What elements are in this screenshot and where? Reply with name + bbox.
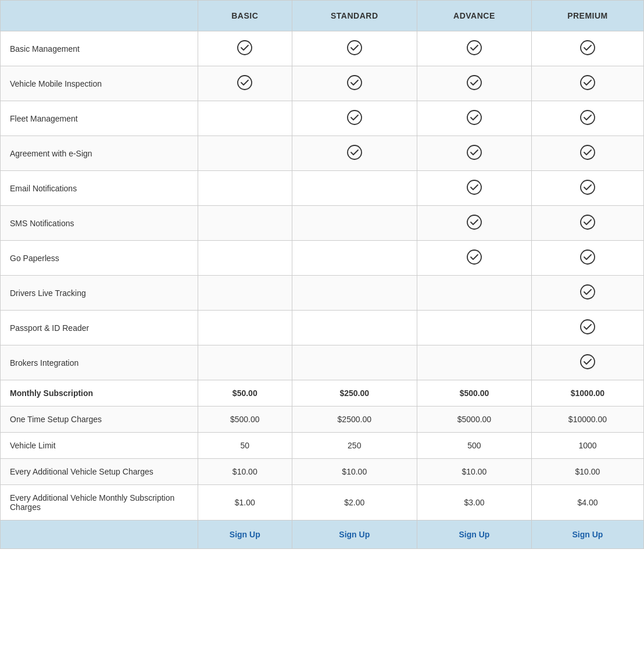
feature-standard-cell — [292, 66, 417, 101]
header-advance: ADVANCE — [417, 1, 531, 31]
feature-premium-cell — [531, 276, 643, 311]
svg-point-19 — [581, 250, 595, 264]
add-vehicle-setup-standard: $10.00 — [292, 459, 417, 485]
feature-name: SMS Notifications — [1, 206, 198, 241]
monthly-label: Monthly Subscription — [1, 380, 198, 407]
check-icon — [579, 284, 596, 300]
header-row: BASIC STANDARD ADVANCE PREMIUM — [1, 1, 644, 31]
add-vehicle-monthly-basic: $1.00 — [198, 485, 292, 520]
check-icon — [466, 74, 482, 91]
feature-standard-cell — [292, 206, 417, 241]
feature-basic-cell — [198, 276, 292, 311]
add-vehicle-setup-label: Every Additional Vehicle Setup Charges — [1, 459, 198, 485]
svg-point-10 — [581, 110, 595, 124]
svg-point-1 — [348, 41, 362, 55]
feature-premium-cell — [531, 136, 643, 171]
feature-name: Brokers Integration — [1, 345, 198, 380]
additional-vehicle-monthly-row: Every Additional Vehicle Monthly Subscri… — [1, 485, 644, 520]
svg-point-0 — [238, 41, 252, 55]
feature-advance-cell — [417, 311, 531, 345]
feature-advance-cell — [417, 241, 531, 276]
check-icon — [579, 214, 596, 230]
feature-row: Email Notifications — [1, 171, 644, 206]
check-icon — [579, 144, 596, 161]
feature-standard-cell — [292, 276, 417, 311]
feature-premium-cell — [531, 66, 643, 101]
feature-basic-cell — [198, 171, 292, 206]
svg-point-6 — [467, 76, 481, 90]
feature-row: Go Paperless — [1, 241, 644, 276]
feature-basic-cell — [198, 136, 292, 171]
feature-name: Email Notifications — [1, 171, 198, 206]
add-vehicle-setup-advance: $10.00 — [417, 459, 531, 485]
feature-row: Fleet Management — [1, 101, 644, 136]
signup-advance-button[interactable]: Sign Up — [459, 530, 490, 539]
check-icon — [579, 354, 596, 370]
check-icon — [579, 40, 596, 56]
vehicle-limit-standard: 250 — [292, 433, 417, 459]
feature-row: Vehicle Mobile Inspection — [1, 66, 644, 101]
signup-standard: Sign Up — [292, 520, 417, 549]
one-time-advance: $5000.00 — [417, 407, 531, 433]
feature-name: Fleet Management — [1, 101, 198, 136]
svg-point-17 — [581, 215, 595, 229]
feature-advance-cell — [417, 206, 531, 241]
signup-basic-button[interactable]: Sign Up — [230, 530, 260, 539]
feature-standard-cell — [292, 136, 417, 171]
feature-basic-cell — [198, 101, 292, 136]
check-icon — [466, 179, 482, 195]
svg-point-20 — [581, 285, 595, 299]
feature-basic-cell — [198, 31, 292, 66]
check-icon — [346, 109, 363, 126]
check-icon — [579, 109, 596, 126]
feature-basic-cell — [198, 241, 292, 276]
check-icon — [579, 249, 596, 265]
signup-premium-button[interactable]: Sign Up — [573, 530, 603, 539]
svg-point-13 — [581, 145, 595, 159]
feature-standard-cell — [292, 31, 417, 66]
additional-vehicle-setup-row: Every Additional Vehicle Setup Charges $… — [1, 459, 644, 485]
feature-name: Go Paperless — [1, 241, 198, 276]
feature-name: Vehicle Mobile Inspection — [1, 66, 198, 101]
feature-row: Basic Management — [1, 31, 644, 66]
feature-row: Passport & ID Reader — [1, 311, 644, 345]
one-time-premium: $10000.00 — [531, 407, 643, 433]
pricing-table: BASIC STANDARD ADVANCE PREMIUM Basic Man… — [0, 0, 644, 549]
svg-point-7 — [581, 76, 595, 90]
check-icon — [346, 74, 363, 91]
feature-row: SMS Notifications — [1, 206, 644, 241]
one-time-standard: $2500.00 — [292, 407, 417, 433]
header-feature-col — [1, 1, 198, 31]
add-vehicle-setup-premium: $10.00 — [531, 459, 643, 485]
feature-row: Drivers Live Tracking — [1, 276, 644, 311]
feature-advance-cell — [417, 276, 531, 311]
svg-point-5 — [348, 76, 362, 90]
feature-advance-cell — [417, 171, 531, 206]
signup-premium: Sign Up — [531, 520, 643, 549]
feature-premium-cell — [531, 206, 643, 241]
feature-standard-cell — [292, 241, 417, 276]
vehicle-limit-label: Vehicle Limit — [1, 433, 198, 459]
feature-name: Basic Management — [1, 31, 198, 66]
vehicle-limit-basic: 50 — [198, 433, 292, 459]
feature-premium-cell — [531, 101, 643, 136]
feature-premium-cell — [531, 241, 643, 276]
one-time-setup-row: One Time Setup Charges $500.00 $2500.00 … — [1, 407, 644, 433]
feature-row: Agreement with e-Sign — [1, 136, 644, 171]
signup-advance: Sign Up — [417, 520, 531, 549]
feature-premium-cell — [531, 345, 643, 380]
feature-premium-cell — [531, 31, 643, 66]
svg-point-14 — [467, 180, 481, 194]
footer-empty — [1, 520, 198, 549]
one-time-basic: $500.00 — [198, 407, 292, 433]
signup-standard-button[interactable]: Sign Up — [339, 530, 370, 539]
add-vehicle-monthly-premium: $4.00 — [531, 485, 643, 520]
svg-point-12 — [467, 145, 481, 159]
feature-advance-cell — [417, 31, 531, 66]
svg-point-21 — [581, 320, 595, 334]
svg-point-4 — [238, 76, 252, 90]
feature-standard-cell — [292, 311, 417, 345]
feature-basic-cell — [198, 311, 292, 345]
header-standard: STANDARD — [292, 1, 417, 31]
feature-basic-cell — [198, 345, 292, 380]
